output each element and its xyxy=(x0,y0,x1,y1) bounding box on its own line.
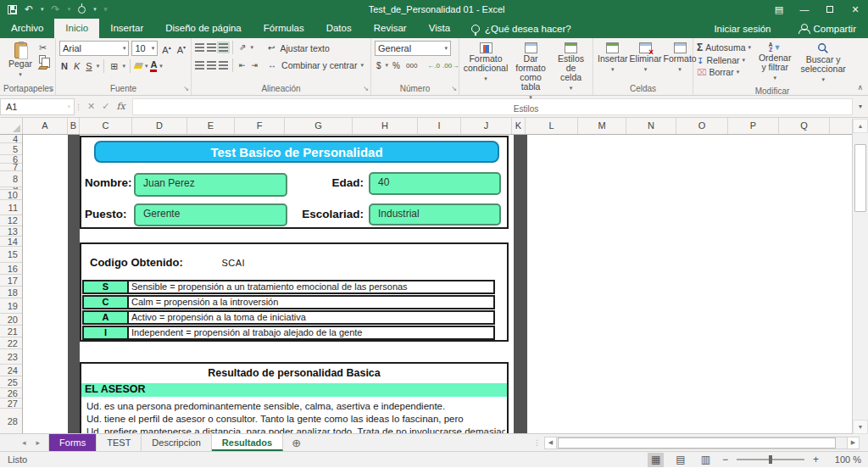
align-center-icon[interactable] xyxy=(207,61,216,70)
new-sheet-icon[interactable]: ⊕ xyxy=(283,434,309,451)
ribbon-display-options-icon[interactable]: ▤ xyxy=(766,0,792,19)
page-break-view-icon[interactable]: ▥ xyxy=(698,453,714,467)
row-header-15[interactable]: 15 xyxy=(0,247,22,263)
column-header-D[interactable]: D xyxy=(132,118,187,134)
column-header-H[interactable]: H xyxy=(353,118,418,134)
wrap-text-button[interactable]: ↩ Ajustar texto xyxy=(266,42,364,55)
restore-icon[interactable] xyxy=(817,0,843,19)
vertical-scrollbar[interactable]: ▲ ▼ xyxy=(852,119,868,434)
tab-formulas[interactable]: Fórmulas xyxy=(253,19,315,38)
copy-icon[interactable] xyxy=(39,55,47,64)
column-header-J[interactable]: J xyxy=(461,118,512,134)
clear-button[interactable]: ⌧Borrar▾ xyxy=(697,67,751,77)
column-header-L[interactable]: L xyxy=(526,118,578,134)
horizontal-scroll-track[interactable] xyxy=(557,437,847,449)
fill-color-icon[interactable] xyxy=(134,63,143,69)
scroll-up-icon[interactable]: ▲ xyxy=(853,119,868,133)
row-header-17[interactable]: 17 xyxy=(0,275,22,287)
row-header-28[interactable]: 28 xyxy=(0,409,22,433)
tab-insertar[interactable]: Insertar xyxy=(99,19,154,38)
nombre-field[interactable]: Juan Perez xyxy=(134,173,287,197)
row-header-23[interactable]: 23 xyxy=(0,349,22,365)
page-layout-view-icon[interactable]: ▤ xyxy=(672,453,688,467)
row-header-26[interactable]: 26 xyxy=(0,388,22,398)
increase-indent-icon[interactable]: ⇥ xyxy=(250,58,260,72)
font-size-combo[interactable]: 10▾ xyxy=(131,41,158,56)
column-header-F[interactable]: F xyxy=(235,118,285,134)
horizontal-scroll-thumb[interactable] xyxy=(558,437,836,448)
tab-inicio[interactable]: Inicio xyxy=(54,19,99,38)
bold-button[interactable]: N xyxy=(59,59,70,73)
align-right-icon[interactable] xyxy=(219,61,228,70)
row-header-13[interactable]: 13 xyxy=(0,226,22,237)
row-header-8[interactable]: 8 xyxy=(0,171,22,187)
align-bottom-icon[interactable] xyxy=(219,43,228,52)
row-header-10[interactable]: 10 xyxy=(0,190,22,200)
name-box[interactable]: A1▾ xyxy=(0,98,75,115)
tab-diseno[interactable]: Diseño de página xyxy=(154,19,253,38)
zoom-in-icon[interactable]: + xyxy=(813,454,819,465)
sheet-tab-test[interactable]: TEST xyxy=(97,434,142,451)
column-header-G[interactable]: G xyxy=(285,118,353,134)
tab-archivo[interactable]: Archivo xyxy=(0,19,54,38)
column-header-I[interactable]: I xyxy=(418,118,461,134)
column-header-N[interactable]: N xyxy=(626,118,676,134)
italic-button[interactable]: K xyxy=(72,59,81,73)
row-header-16[interactable]: 16 xyxy=(0,263,22,275)
hscroll-left-icon[interactable]: ◀ xyxy=(544,437,557,449)
escolariad-field[interactable]: Industrial xyxy=(369,203,501,226)
currency-format-icon[interactable]: $ xyxy=(375,61,383,70)
normal-view-icon[interactable]: ▦ xyxy=(648,453,664,467)
row-header-24[interactable]: 24 xyxy=(0,365,22,376)
expand-formula-bar-icon[interactable]: ▾ xyxy=(853,103,868,110)
column-header-O[interactable]: O xyxy=(676,118,728,134)
select-all-corner[interactable] xyxy=(0,118,23,134)
row-header-12[interactable]: 12 xyxy=(0,215,22,226)
scroll-down-icon[interactable]: ▼ xyxy=(853,420,868,434)
sheet-tab-forms[interactable]: Forms xyxy=(48,434,97,451)
fill-button[interactable]: ↧Rellenar▾ xyxy=(697,55,751,65)
undo-dropdown-icon[interactable]: ▾ xyxy=(41,6,44,13)
sheet-area[interactable]: 4567891011121314151617181920212223242526… xyxy=(0,135,868,433)
borders-icon[interactable]: ⊞ xyxy=(108,59,120,73)
touch-mode-dropdown-icon[interactable]: ▾ xyxy=(93,6,97,13)
format-as-table-button[interactable]: Dar formato como tabla▾ xyxy=(509,41,553,103)
autosum-button[interactable]: ΣAutosuma▾ xyxy=(697,42,751,53)
conditional-formatting-button[interactable]: Formato condicional▾ xyxy=(463,41,509,103)
sheet-tab-resultados[interactable]: Resultados xyxy=(212,434,283,451)
number-format-combo[interactable]: General▾ xyxy=(375,41,451,56)
row-header-7[interactable]: 7 xyxy=(0,164,22,171)
confirm-entry-icon[interactable]: ✓ xyxy=(102,101,109,112)
align-left-icon[interactable] xyxy=(195,61,204,70)
format-cells-button[interactable]: Formato▾ xyxy=(663,41,698,83)
font-color-icon[interactable]: A xyxy=(150,60,157,72)
column-header-E[interactable]: E xyxy=(187,118,235,134)
touch-mode-icon[interactable] xyxy=(78,6,86,14)
row-header-21[interactable]: 21 xyxy=(0,326,22,337)
tab-split-handle[interactable]: ⋮ xyxy=(533,438,544,447)
align-top-icon[interactable] xyxy=(195,43,204,52)
cell-styles-button[interactable]: Estilos de celda▾ xyxy=(553,41,589,103)
comma-format-icon[interactable]: 000 xyxy=(404,62,419,70)
column-header-K[interactable]: K xyxy=(512,118,526,134)
row-header-4[interactable]: 4 xyxy=(0,135,22,143)
percent-format-icon[interactable]: % xyxy=(391,61,402,70)
shrink-font-icon[interactable]: A▾ xyxy=(175,41,187,57)
decrease-decimal-icon[interactable]: .00→ xyxy=(442,62,459,70)
row-header-22[interactable]: 22 xyxy=(0,337,22,349)
delete-cells-button[interactable]: Eliminar▾ xyxy=(629,41,663,83)
row-header-11[interactable]: 11 xyxy=(0,200,22,215)
number-dialog-launcher-icon[interactable]: ↘ xyxy=(451,85,457,92)
zoom-slider[interactable] xyxy=(737,459,804,460)
name-box-splitter[interactable]: ⋮ xyxy=(75,103,81,111)
tab-vista[interactable]: Vista xyxy=(418,19,461,38)
tell-me-box[interactable]: ¿Qué desea hacer? xyxy=(461,19,581,38)
insert-cells-button[interactable]: Insertar▾ xyxy=(597,41,629,83)
font-name-combo[interactable]: Arial▾ xyxy=(59,41,129,56)
edad-field[interactable]: 40 xyxy=(369,172,501,195)
row-header-19[interactable]: 19 xyxy=(0,298,22,314)
column-header-B[interactable]: B xyxy=(68,118,80,134)
cut-icon[interactable]: ✂ xyxy=(39,42,47,53)
row-header-18[interactable]: 18 xyxy=(0,287,22,298)
row-header-27[interactable]: 27 xyxy=(0,398,22,409)
